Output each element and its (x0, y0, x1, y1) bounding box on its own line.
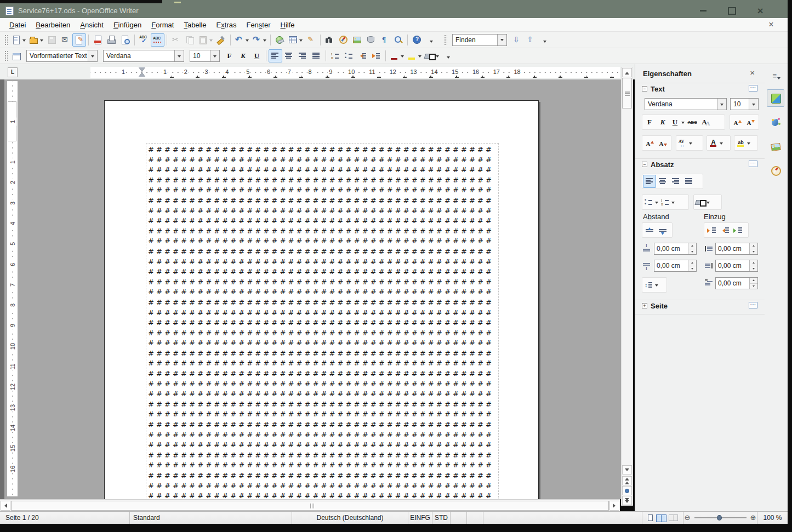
sidebar-font-size-combo[interactable]: 10 (730, 98, 759, 110)
dropdown-icon[interactable] (22, 39, 26, 43)
cut-button[interactable] (169, 33, 183, 47)
data-sources-button[interactable] (364, 33, 378, 47)
text-area[interactable]: # # # # # # # # # # # # # # # # # # # # … (146, 143, 499, 499)
menu-extras[interactable]: Extras (212, 19, 242, 31)
scroll-up-button[interactable] (622, 68, 632, 77)
insert-table-button[interactable] (287, 33, 304, 47)
undo-button[interactable] (233, 33, 250, 47)
vertical-scrollbar[interactable] (621, 67, 633, 506)
sidebar-settings-button[interactable] (767, 70, 784, 83)
expand-page-icon[interactable]: + (642, 303, 647, 308)
shadow-button[interactable]: A (699, 116, 712, 129)
single-page-view-icon[interactable] (648, 514, 653, 521)
horizontal-scrollbar[interactable] (0, 499, 620, 511)
new-document-button[interactable] (10, 33, 27, 47)
decrease-indent-button[interactable] (356, 49, 369, 62)
print-button[interactable] (105, 33, 118, 47)
status-selection-mode[interactable]: STD (432, 512, 451, 524)
navigator-button[interactable] (337, 33, 350, 47)
spin-up-icon[interactable] (750, 278, 757, 284)
italic-button[interactable]: K (656, 116, 669, 129)
dropdown-icon[interactable] (655, 284, 658, 288)
paragraph-section-header[interactable]: − Absatz (635, 158, 765, 169)
horizontal-ruler[interactable]: 1123456789101112131415161718 (90, 67, 620, 78)
scroll-down-button[interactable] (622, 465, 632, 474)
redo-button[interactable] (250, 33, 268, 47)
decrease-font-size-button[interactable] (744, 116, 757, 129)
subscript-button[interactable] (656, 136, 669, 150)
left-indent-marker[interactable] (139, 72, 145, 77)
align-left-button[interactable] (269, 49, 282, 62)
spacing-below-field[interactable]: 0,00 cm (654, 260, 697, 272)
menu-datei[interactable]: Datei (4, 19, 31, 31)
spin-up-icon[interactable] (688, 260, 696, 266)
find-previous-button[interactable] (523, 33, 537, 47)
book-view-icon[interactable] (669, 514, 678, 521)
gallery-tab-button[interactable] (767, 138, 784, 155)
sidebar-increase-indent-button[interactable] (705, 224, 718, 237)
sidebar-align-justify-button[interactable] (682, 175, 696, 188)
bullet-list-button[interactable] (342, 49, 356, 62)
dropdown-icon[interactable] (717, 99, 726, 110)
dropdown-icon[interactable] (263, 39, 266, 43)
dropdown-icon[interactable] (671, 202, 675, 205)
navigator-tab-button[interactable] (767, 162, 784, 179)
export-pdf-button[interactable] (91, 33, 105, 47)
dropdown-icon[interactable] (246, 39, 249, 43)
bold-button[interactable]: F (643, 116, 656, 129)
spin-down-icon[interactable] (750, 284, 757, 289)
find-toolbar-grip[interactable] (444, 35, 447, 45)
dropdown-icon[interactable] (299, 39, 303, 43)
spin-up-icon[interactable] (688, 243, 696, 249)
font-color-button[interactable] (388, 49, 406, 62)
dropdown-icon[interactable] (689, 142, 692, 146)
hyperlink-button[interactable] (273, 33, 287, 47)
dropdown-icon[interactable] (720, 142, 723, 146)
styles-tab-button[interactable] (767, 113, 784, 131)
italic-button[interactable]: K (236, 49, 250, 62)
spellcheck-button[interactable] (137, 33, 151, 47)
standard-toolbar-overflow-button[interactable] (424, 35, 437, 48)
properties-tab-button[interactable] (767, 89, 784, 107)
indent-after-field[interactable]: 0,00 cm (715, 260, 758, 272)
find-input-dropdown-icon[interactable] (497, 35, 506, 45)
sidebar-font-name-combo[interactable]: Verdana (645, 98, 727, 110)
dropdown-icon[interactable] (749, 99, 758, 110)
spin-down-icon[interactable] (688, 249, 696, 255)
sidebar-bullet-list-button[interactable] (643, 196, 659, 209)
collapse-paragraph-icon[interactable]: − (642, 162, 647, 167)
paragraph-style-dropdown-icon[interactable] (88, 50, 97, 61)
spin-down-icon[interactable] (750, 266, 757, 272)
zoom-slider-track[interactable] (694, 517, 747, 518)
font-size[interactable]: 10 (190, 50, 220, 62)
spin-down-icon[interactable] (750, 249, 757, 255)
copy-button[interactable] (183, 33, 197, 47)
first-line-indent-field[interactable]: 0,00 cm (715, 277, 758, 289)
zoom-slider-thumb[interactable] (717, 515, 722, 520)
menu-einfuegen[interactable]: Einfügen (109, 19, 146, 31)
formatting-toolbar-overflow-button[interactable] (441, 50, 454, 64)
format-paintbrush-button[interactable] (214, 33, 228, 47)
formatting-toolbar-grip[interactable] (4, 50, 8, 61)
paragraph-background-button[interactable] (694, 196, 711, 209)
zoom-out-icon[interactable]: ⊖ (685, 514, 691, 522)
find-input[interactable]: Finden (452, 34, 507, 46)
close-button[interactable]: × (751, 5, 769, 17)
spin-up-icon[interactable] (750, 243, 757, 249)
underline-button[interactable]: U (250, 49, 264, 62)
page-dialog-launcher-icon[interactable] (749, 302, 757, 308)
styles-window-button[interactable] (10, 49, 24, 62)
dropdown-icon[interactable] (655, 202, 658, 205)
print-preview-button[interactable] (118, 33, 132, 47)
increase-font-size-button[interactable] (731, 116, 744, 129)
collapse-text-icon[interactable]: − (642, 86, 647, 91)
first-line-indent-marker[interactable] (139, 67, 145, 72)
zoom-in-icon[interactable]: ⊕ (750, 514, 756, 522)
find-replace-button[interactable] (323, 33, 337, 47)
dropdown-icon[interactable] (40, 39, 43, 43)
status-page-style[interactable]: Standard (130, 512, 292, 524)
dropdown-icon[interactable] (418, 55, 421, 59)
strikethrough-button[interactable] (686, 116, 699, 129)
close-document-icon[interactable]: × (766, 20, 777, 30)
draw-functions-button[interactable] (304, 33, 318, 47)
